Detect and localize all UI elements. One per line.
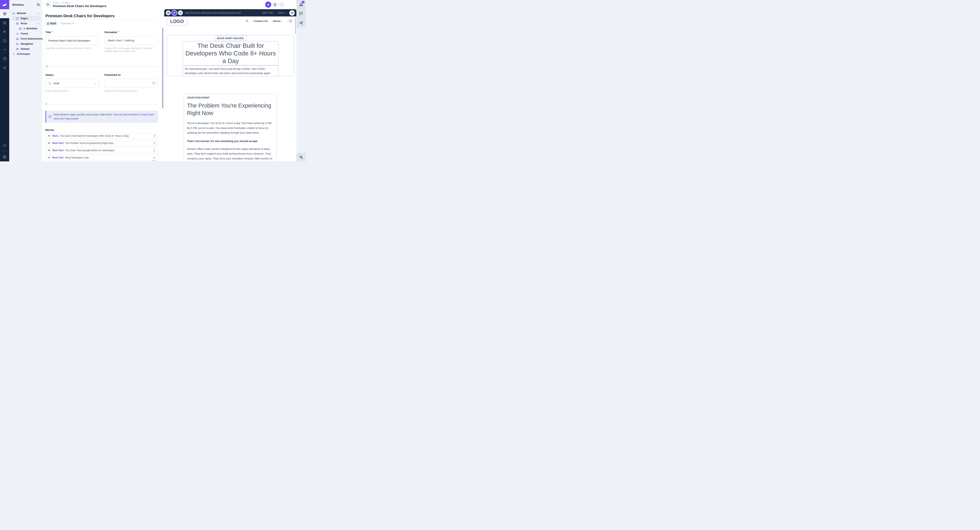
blocks-label: Blocks <box>46 129 158 132</box>
calendar-icon <box>46 65 49 68</box>
sidebar-item-navigation[interactable]: Navigation <box>9 41 42 46</box>
pilcrow-icon: ¶ <box>46 102 47 106</box>
drag-handle-icon[interactable] <box>48 142 50 144</box>
zoom-select[interactable]: 100% <box>278 11 287 14</box>
insights-icon <box>3 48 7 52</box>
sidebar-item-globals[interactable]: Globals <box>9 46 42 51</box>
comment-icon <box>299 11 303 16</box>
refresh-button[interactable] <box>178 10 183 15</box>
drag-handle-icon[interactable] <box>48 156 50 159</box>
block-row-richtext-3[interactable]: Rich Text: What Developers Say <box>46 155 158 160</box>
arrow-left-icon <box>47 3 50 6</box>
chevron-down-icon <box>152 159 155 162</box>
iframe-scrollbar[interactable] <box>295 17 296 34</box>
module-settings[interactable] <box>0 63 9 72</box>
module-insights[interactable] <box>0 45 9 54</box>
display-settings-button[interactable] <box>166 10 171 15</box>
block-row-hero[interactable]: Hero: The Desk Chair Built for Developer… <box>46 133 158 139</box>
sidebar-item-form-submissions[interactable]: Form Submissions <box>9 36 42 41</box>
devices-icon <box>291 11 294 14</box>
module-users[interactable] <box>0 27 9 36</box>
chevron-down-icon[interactable] <box>37 12 40 14</box>
hero-subtitle[interactable]: No more back pain. Just laser focus and … <box>183 65 278 76</box>
cube-icon <box>3 12 7 16</box>
users-icon <box>3 30 7 34</box>
sidebar-item-workflow[interactable]: 1. Workflow <box>9 26 42 31</box>
version-icon <box>62 2 64 4</box>
sidebar-item-posts[interactable]: Posts <box>9 21 42 26</box>
search-icon[interactable] <box>245 19 248 22</box>
block-row-richtext-1[interactable]: Rich Text: The Problem You're Experienci… <box>46 140 158 146</box>
share-icon <box>299 21 303 25</box>
back-button[interactable] <box>45 2 51 8</box>
eye-icon <box>267 3 270 6</box>
module-visual-editor[interactable] <box>0 18 9 27</box>
drag-handle-icon[interactable] <box>48 135 50 137</box>
title-input[interactable]: Premium Desk Chairs for Developers <box>46 36 99 45</box>
preview-panel: http://localhost:3000/desk-chair-landing… <box>164 9 296 161</box>
page-header: Pages • Main ▼ Premium Desk Chairs for D… <box>42 0 296 9</box>
delete-block-icon[interactable] <box>153 135 156 137</box>
bell-icon <box>3 143 6 147</box>
site-nav-contact[interactable]: Contact Us <box>254 20 267 22</box>
notifications-bell[interactable] <box>0 141 9 150</box>
breadcrumb[interactable]: Pages • Main ▼ <box>53 2 72 4</box>
sidebar-item-pages[interactable]: Pages <box>12 16 41 21</box>
collapse-sidebar-icon[interactable] <box>37 3 40 6</box>
hero-heading[interactable]: The Desk Chair Built for Developers Who … <box>183 41 278 65</box>
folder-icon <box>3 39 7 43</box>
share-drawer-button[interactable] <box>296 18 306 27</box>
revisions-drawer-button[interactable]: 1 <box>296 0 306 9</box>
scroll-down-button[interactable] <box>151 158 156 161</box>
site-logo[interactable]: LOGO <box>167 17 188 25</box>
permalink-input[interactable]: /desk-chair-landing <box>105 36 158 45</box>
chevron-down-icon[interactable] <box>37 22 40 25</box>
section-divider-content: ¶ <box>46 102 158 106</box>
preview-toolbar: http://localhost:3000/desk-chair-landing… <box>164 9 296 16</box>
ai-sparkle-icon <box>299 155 303 159</box>
sidebar-item-forms[interactable]: Forms <box>9 31 42 36</box>
version-dropdown[interactable]: Main ▼ <box>62 2 72 4</box>
status-hint: Is this page published? <box>46 89 99 92</box>
main-scrollbar[interactable] <box>162 28 163 108</box>
calendar-icon <box>152 82 156 85</box>
toggle-preview-button[interactable] <box>265 2 271 8</box>
required-star-icon: ★ <box>51 30 53 32</box>
richtext-section-outline[interactable]: YOUR PAIN POINT The Problem You're Exper… <box>184 94 277 161</box>
theme-toggle-button[interactable] <box>288 18 293 24</box>
comments-drawer-button[interactable] <box>296 9 306 18</box>
site-nav-about[interactable]: About ⌄ <box>273 20 283 22</box>
drag-handle-icon[interactable] <box>48 149 50 152</box>
draft-circle-icon <box>48 81 52 85</box>
trash-icon <box>274 3 277 6</box>
module-files[interactable] <box>0 36 9 45</box>
form-page-title: Premium Desk Chairs for Developers <box>46 14 158 18</box>
module-content[interactable] <box>0 9 9 18</box>
published-at-input[interactable] <box>105 79 158 88</box>
editor-form: Premium Desk Chairs for Developers Draft… <box>42 9 164 161</box>
save-button[interactable] <box>278 2 285 8</box>
preview-dimensions: 894 × 978 <box>262 11 273 14</box>
responsive-toggle-button[interactable] <box>289 10 295 16</box>
divider <box>46 19 158 20</box>
delete-block-icon[interactable] <box>153 149 156 152</box>
permalink-label: Permalink ★ <box>105 31 158 34</box>
delete-button[interactable] <box>272 2 278 8</box>
status-select[interactable]: Draft <box>46 79 99 88</box>
delete-block-icon[interactable] <box>153 142 156 144</box>
edit-mode-button[interactable] <box>172 10 177 15</box>
hero-eyebrow[interactable]: BACK PAIN? SOLVED. <box>215 35 247 41</box>
status-badge: Draft <box>46 22 58 25</box>
directus-logo[interactable] <box>0 0 9 9</box>
chevron-down-icon <box>94 82 96 85</box>
ai-assistant-button[interactable] <box>296 153 306 161</box>
block-row-richtext-2[interactable]: Rich Text: The Chair That Actually Works… <box>46 148 158 153</box>
section-heading: The Problem You're Experiencing Right No… <box>187 102 273 117</box>
required-star-icon: ★ <box>118 30 119 32</box>
sidebar-item-website[interactable]: Website <box>9 11 42 16</box>
preview-url[interactable]: http://localhost:3000/desk-chair-landing… <box>185 11 262 14</box>
sidebar-item-ai-prompts[interactable]: AI Prompts <box>9 51 42 57</box>
module-help[interactable] <box>0 54 9 63</box>
inbox-icon <box>16 37 19 40</box>
user-avatar[interactable] <box>0 152 9 161</box>
